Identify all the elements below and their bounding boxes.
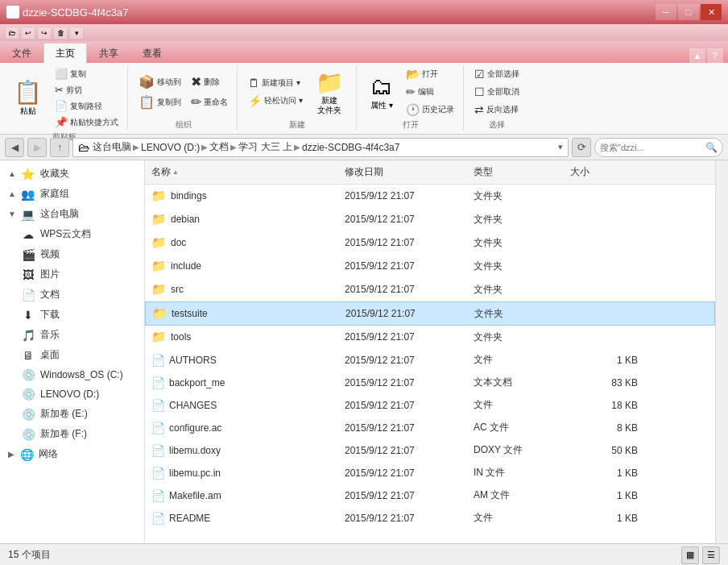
rename-button[interactable]: ✏ 重命名: [187, 93, 232, 111]
select-all-button[interactable]: ☑ 全部选择: [470, 66, 523, 82]
folder-icon: 📁: [152, 306, 168, 321]
table-row[interactable]: 📄 libemu.pc.in 2015/9/12 21:07 IN 文件 1 K…: [145, 462, 715, 484]
close-button[interactable]: ✕: [701, 4, 722, 20]
address-dropdown-btn[interactable]: ▾: [558, 142, 563, 152]
new-label: 新建: [244, 119, 351, 131]
col-header-date[interactable]: 修改日期: [338, 164, 467, 181]
col-header-name[interactable]: 名称 ▲: [145, 164, 338, 181]
file-name: tools: [171, 331, 191, 343]
sidebar-item-wps[interactable]: ☁ WPS云文档: [13, 224, 144, 244]
up-button[interactable]: ↑: [50, 138, 69, 157]
quick-dropdown-btn[interactable]: ▾: [69, 27, 84, 39]
file-size: 1 KB: [564, 511, 644, 526]
table-row[interactable]: 📄 CHANGES 2015/9/12 21:07 文件 18 KB: [145, 394, 715, 417]
move-button[interactable]: 📦 移动到: [134, 73, 185, 91]
copyto-button[interactable]: 📋 复制到: [134, 93, 185, 111]
select-none-button[interactable]: ☐ 全部取消: [470, 84, 523, 100]
quick-redo-btn[interactable]: ↪: [37, 27, 52, 39]
new-folder-button[interactable]: 📁 新建文件夹: [308, 67, 351, 118]
file-icon: 📄: [151, 422, 165, 434]
sidebar-item-homegroup[interactable]: ▲ 👥 家庭组: [0, 184, 144, 204]
invert-select-button[interactable]: ⇄ 反向选择: [470, 102, 523, 118]
path-segment-study[interactable]: 学习 大三 上: [238, 140, 292, 154]
minimize-button[interactable]: ─: [656, 4, 676, 20]
table-row[interactable]: 📁 bindings 2015/9/12 21:07 文件夹: [145, 185, 715, 208]
ribbon-collapse-btn[interactable]: ▲: [689, 48, 705, 63]
sidebar-item-pictures[interactable]: 🖼 图片: [13, 264, 144, 285]
address-bar[interactable]: 🗁 这台电脑 ▶ LENOVO (D:) ▶ 文档 ▶ 学习 大三 上 ▶ dz…: [72, 138, 569, 157]
table-row[interactable]: 📁 include 2015/9/12 21:07 文件夹: [145, 255, 715, 278]
table-row[interactable]: 📄 libemu.doxy 2015/9/12 21:07 DOXY 文件 50…: [145, 439, 715, 462]
table-row[interactable]: 📄 Makefile.am 2015/9/12 21:07 AM 文件 1 KB: [145, 484, 715, 507]
sidebar-item-new-e[interactable]: 💿 新加卷 (E:): [13, 404, 144, 424]
tab-file[interactable]: 文件: [0, 43, 43, 63]
col-header-size[interactable]: 大小: [564, 164, 644, 181]
network-expand-icon: ▶: [8, 450, 14, 459]
sidebar-item-video[interactable]: 🎬 视频: [13, 244, 144, 264]
table-row[interactable]: 📁 debian 2015/9/12 21:07 文件夹: [145, 208, 715, 231]
table-row[interactable]: 📁 doc 2015/9/12 21:07 文件夹: [145, 231, 715, 255]
copy-button[interactable]: ⬜ 复制: [51, 66, 122, 81]
table-row[interactable]: 📁 testsuite 2015/9/12 21:07 文件夹: [145, 301, 715, 326]
sidebar-item-lenovo[interactable]: 💿 LENOVO (D:): [13, 384, 144, 404]
file-type: 文件夹: [467, 211, 564, 228]
quick-delete-btn[interactable]: 🗑: [53, 27, 68, 39]
file-name: doc: [171, 237, 186, 248]
sidebar-item-desktop[interactable]: 🖥 桌面: [13, 345, 144, 365]
delete-button[interactable]: ✖ 删除: [187, 73, 232, 91]
easy-access-button[interactable]: ⚡ 轻松访问 ▾: [244, 93, 307, 109]
table-row[interactable]: 📄 AUTHORS 2015/9/12 21:07 文件 1 KB: [145, 349, 715, 372]
sidebar-item-network[interactable]: ▶ 🌐 网络: [0, 444, 144, 464]
forward-button[interactable]: ▶: [27, 138, 47, 157]
search-input[interactable]: [600, 143, 703, 152]
table-row[interactable]: 📄 configure.ac 2015/9/12 21:07 AC 文件 8 K…: [145, 417, 715, 439]
sidebar-item-win8[interactable]: 💿 Windows8_OS (C:): [13, 365, 144, 384]
edit-button[interactable]: ✏ 编辑: [402, 84, 458, 100]
open-button[interactable]: 📂 打开: [402, 66, 458, 82]
back-button[interactable]: ◀: [5, 138, 24, 157]
new-folder-label: 新建文件夹: [317, 96, 341, 115]
open-buttons: 🗂 属性 ▾ 📂 打开 ✏ 编辑 🕐 历史记录: [363, 66, 458, 118]
ribbon: 文件 主页 共享 查看 ▲ ? 📋 粘贴 ⬜ 复制: [0, 42, 728, 135]
win8-icon: 💿: [21, 368, 35, 381]
quick-folder-btn[interactable]: 🗁: [5, 27, 19, 39]
tab-view[interactable]: 查看: [130, 43, 174, 63]
refresh-button[interactable]: ⟳: [572, 138, 591, 157]
select-all-icon: ☑: [474, 68, 485, 81]
maximize-button[interactable]: □: [678, 4, 699, 20]
new-item-label: 新建项目 ▾: [262, 77, 300, 89]
copy-path-button[interactable]: 📄 复制路径: [51, 98, 122, 114]
pictures-icon: 🖼: [21, 268, 35, 281]
ribbon-help-btn[interactable]: ?: [707, 48, 723, 63]
history-button[interactable]: 🕐 历史记录: [402, 102, 458, 118]
tab-share[interactable]: 共享: [87, 43, 130, 63]
path-segment-docs[interactable]: 文档: [209, 140, 229, 154]
properties-button[interactable]: 🗂 属性 ▾: [363, 71, 400, 114]
table-row[interactable]: 📄 backport_me 2015/9/12 21:07 文本文档 83 KB: [145, 372, 715, 394]
path-segment-thispc[interactable]: 这台电脑: [93, 140, 131, 154]
sidebar-item-thispc[interactable]: ▼ 💻 这台电脑: [0, 204, 144, 224]
search-box[interactable]: 🔍: [594, 138, 723, 157]
tab-home[interactable]: 主页: [43, 43, 87, 64]
video-label: 视频: [40, 247, 60, 261]
table-row[interactable]: 📄 README 2015/9/12 21:07 文件 1 KB: [145, 507, 715, 530]
cut-button[interactable]: ✂ 剪切: [51, 82, 122, 98]
col-header-type[interactable]: 类型: [467, 164, 564, 181]
pictures-label: 图片: [40, 268, 60, 281]
path-segment-current[interactable]: dzzie-SCDBG-4f4c3a7: [302, 142, 399, 153]
clipboard-group: 📋 粘贴 ⬜ 复制 ✂ 剪切 📄 复制路径: [3, 66, 128, 131]
sidebar-item-favorites[interactable]: ▲ ⭐ 收藏夹: [0, 164, 144, 184]
list-view-btn[interactable]: ☰: [702, 546, 720, 564]
path-segment-lenovo[interactable]: LENOVO (D:): [141, 142, 200, 153]
new-item-button[interactable]: 🗒 新建项目 ▾: [244, 75, 307, 91]
sidebar-item-new-f[interactable]: 💿 新加卷 (F:): [13, 424, 144, 444]
quick-undo-btn[interactable]: ↩: [21, 27, 35, 39]
table-row[interactable]: 📁 src 2015/9/12 21:07 文件夹: [145, 278, 715, 301]
sidebar-item-docs[interactable]: 📄 文档: [13, 285, 144, 305]
paste-button[interactable]: 📋 粘贴: [6, 77, 49, 119]
sidebar-item-music[interactable]: 🎵 音乐: [13, 325, 144, 345]
grid-view-btn[interactable]: ▦: [681, 546, 699, 564]
sidebar-item-downloads[interactable]: ⬇ 下载: [13, 305, 144, 325]
paste-shortcut-button[interactable]: 📌 粘贴快捷方式: [51, 114, 122, 130]
table-row[interactable]: 📁 tools 2015/9/12 21:07 文件夹: [145, 326, 715, 349]
